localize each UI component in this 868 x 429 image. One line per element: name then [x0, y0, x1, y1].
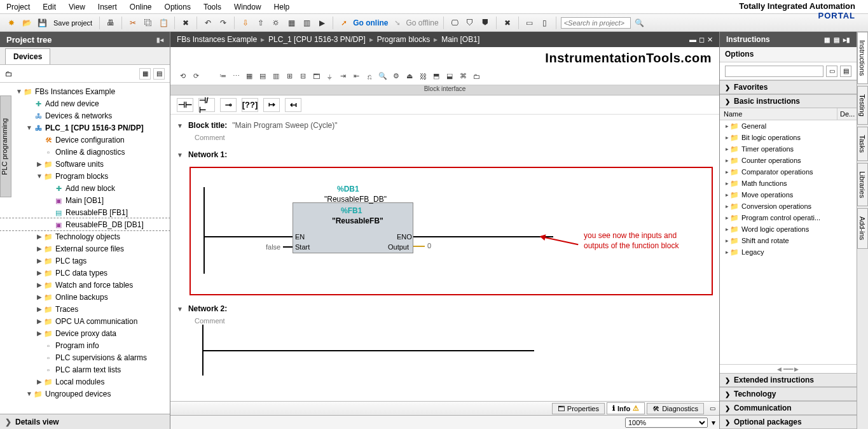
vtab-libraries[interactable]: Libraries — [857, 163, 868, 206]
fb-start-value[interactable]: false — [266, 243, 280, 251]
undo-icon[interactable]: ↶ — [202, 17, 214, 29]
et-icon[interactable]: 🔍 — [377, 71, 389, 82]
inspector-collapse-icon[interactable]: ▭ — [710, 405, 715, 412]
split-v-icon[interactable]: ▯ — [539, 17, 551, 29]
tree-item[interactable]: ▶📁Watch and force tables — [0, 279, 170, 291]
tab-properties[interactable]: 🗔Properties — [552, 403, 605, 414]
start-icon[interactable]: ▶ — [315, 17, 328, 29]
ladder-branch-open-icon[interactable]: ↦ — [263, 98, 280, 112]
col-name[interactable]: Name — [720, 108, 837, 120]
tree-item[interactable]: ▶📁Software units — [0, 158, 170, 170]
accessible-icon[interactable]: ⛉ — [464, 17, 476, 29]
et-icon[interactable]: ⬒ — [431, 71, 442, 82]
editor-body[interactable]: ▼ Block title: "Main Program Sweep (Cycl… — [170, 115, 719, 415]
tree-item[interactable]: ▼🖧PLC_1 [CPU 1516-3 PN/DP] — [0, 122, 170, 134]
et-icon[interactable]: ⟲ — [177, 71, 188, 82]
tree-item[interactable]: 🛠Device configuration — [0, 134, 170, 146]
menu-view[interactable]: View — [69, 3, 85, 11]
instruction-folder[interactable]: ▸📁Timer operations — [720, 143, 857, 155]
delete-icon[interactable]: ✖ — [179, 17, 192, 29]
scroll-indicator[interactable]: ◀ ━━━ ▶ — [720, 364, 857, 373]
search-input[interactable] — [561, 17, 631, 29]
et-icon[interactable]: ⌘ — [457, 71, 469, 82]
menu-options[interactable]: Options — [165, 3, 191, 11]
go-online-button[interactable]: Go online — [353, 18, 388, 27]
et-icon[interactable]: ▦ — [244, 71, 255, 82]
instruction-folder[interactable]: ▸📁Math functions — [720, 178, 857, 189]
menu-window[interactable]: Window — [234, 3, 261, 11]
section-favorites[interactable]: ❯Favorites — [720, 80, 857, 94]
vtab-addins[interactable]: Add-ins — [857, 208, 868, 248]
hmi-icon[interactable]: 🖵 — [448, 17, 461, 29]
et-icon[interactable]: ⇤ — [350, 71, 362, 82]
copy-icon[interactable]: ⿻ — [142, 17, 155, 29]
save-icon[interactable]: 💾 — [36, 17, 48, 29]
tab-devices[interactable]: Devices — [5, 48, 50, 64]
paste-icon[interactable]: 📋 — [157, 17, 170, 29]
instruction-folder[interactable]: ▸📁Comparator operations — [720, 166, 857, 178]
tree-item[interactable]: ▼📁Program blocks — [0, 170, 170, 182]
block-title-row[interactable]: ▼ Block title: "Main Program Sweep (Cycl… — [177, 118, 713, 132]
details-view-bar[interactable]: ❯ Details view — [0, 414, 170, 429]
fb-pin-en[interactable]: EN — [295, 233, 305, 241]
print-icon[interactable]: 🖶 — [104, 17, 117, 29]
section-technology[interactable]: ❯Technology — [720, 387, 857, 401]
tree-item[interactable]: ▶📁Traces — [0, 303, 170, 315]
instruction-folder[interactable]: ▸📁Program control operati... — [720, 212, 857, 223]
cut-icon[interactable]: ✂ — [127, 17, 139, 29]
go-online-icon[interactable]: ➚ — [338, 17, 350, 29]
instruction-folder[interactable]: ▸📁General — [720, 120, 857, 132]
crumb-plc[interactable]: PLC_1 [CPU 1516-3 PN/DP] — [268, 35, 366, 44]
tree-item[interactable]: ▼📁Ungrouped devices — [0, 388, 170, 400]
collapse-icon[interactable]: ▼ — [177, 122, 183, 129]
network2-comment[interactable]: Comment — [177, 317, 713, 325]
save-project-button[interactable]: Save project — [51, 19, 95, 27]
section-extended[interactable]: ❯Extended instructions — [720, 373, 857, 387]
compile-icon[interactable]: ⛭ — [270, 17, 282, 29]
ladder-branch-close-icon[interactable]: ↤ — [285, 98, 301, 112]
et-icon[interactable]: ▥ — [270, 71, 282, 82]
upload-icon[interactable]: ⇧ — [254, 17, 267, 29]
tree-item[interactable]: ▫Online & diagnostics — [0, 146, 170, 158]
options-header[interactable]: Options — [720, 47, 857, 62]
instruction-folder[interactable]: ▸📁Conversion operations — [720, 200, 857, 212]
fb-pin-eno[interactable]: ENO — [397, 233, 412, 241]
crumb-project[interactable]: FBs Instances Example — [177, 35, 257, 44]
fb-pin-start[interactable]: Start — [295, 243, 310, 251]
collapse-icon[interactable]: ▮◂ — [156, 36, 163, 43]
ladder-box-icon[interactable]: [??] — [242, 98, 258, 112]
pane-icon[interactable]: ▦ — [824, 36, 830, 43]
ladder-coil-icon[interactable]: ⊸ — [220, 98, 237, 112]
cross-ref-icon[interactable]: ⛊ — [479, 17, 492, 29]
tree-item[interactable]: 🖧Devices & networks — [0, 109, 170, 122]
collapse-icon[interactable]: ▸▮ — [843, 36, 850, 43]
network2-canvas[interactable] — [202, 325, 713, 376]
project-tree[interactable]: ▼📁FBs Instances Example✚Add new device🖧D… — [0, 83, 170, 414]
menu-help[interactable]: Help — [274, 3, 290, 11]
tree-refresh-icon[interactable]: 🗀 — [5, 69, 13, 78]
new-project-icon[interactable]: ✸ — [5, 17, 18, 29]
crumb-main[interactable]: Main [OB1] — [441, 35, 479, 44]
instruction-list[interactable]: ▸📁General▸📁Bit logic operations▸📁Timer o… — [720, 120, 857, 364]
tree-item[interactable]: ▶📁Device proxy data — [0, 327, 170, 339]
redo-icon[interactable]: ↷ — [217, 17, 230, 29]
network2-header[interactable]: ▼ Network 2: — [177, 302, 713, 316]
tree-item[interactable]: ▶📁Local modules — [0, 376, 170, 388]
section-optional[interactable]: ❯Optional packages — [720, 415, 857, 429]
instruction-folder[interactable]: ▸📁Word logic operations — [720, 223, 857, 235]
instruction-folder[interactable]: ▸📁Legacy — [720, 246, 857, 258]
menu-insert[interactable]: Insert — [98, 3, 117, 11]
tree-item[interactable]: ✚Add new device — [0, 97, 170, 109]
filter-icon[interactable]: ▭ — [826, 66, 837, 77]
tree-item[interactable]: ▣Main [OB1] — [0, 194, 170, 206]
tree-item[interactable]: ▫Program info — [0, 339, 170, 351]
et-icon[interactable]: ▤ — [257, 71, 268, 82]
tree-item[interactable]: ▶📁OPC UA communication — [0, 315, 170, 327]
crumb-blocks[interactable]: Program blocks — [377, 35, 430, 44]
win-float-icon[interactable]: ▬ — [689, 36, 696, 44]
et-icon[interactable]: 🗀 — [471, 71, 482, 82]
side-tab-plc-programming[interactable]: PLC programming — [0, 95, 11, 197]
menu-tools[interactable]: Tools — [203, 3, 221, 11]
instruction-folder[interactable]: ▸📁Bit logic operations — [720, 132, 857, 143]
instruction-folder[interactable]: ▸📁Counter operations — [720, 155, 857, 166]
